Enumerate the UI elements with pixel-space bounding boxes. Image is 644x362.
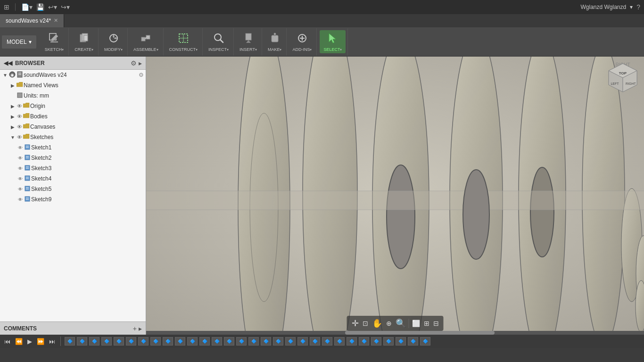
sketch-button[interactable]: SKETCH ▾ [42,30,67,53]
assemble-button[interactable]: ASSEMBLE ▾ [131,30,161,53]
anim-frame-27[interactable]: 🔷 [383,337,394,346]
anim-frame-5[interactable]: 🔷 [114,337,124,346]
undo-icon[interactable]: ↩▾ [48,3,57,11]
anim-frame-3[interactable]: 🔷 [89,337,99,346]
comments-expand-icon[interactable]: ▸ [139,325,142,332]
anim-play-icon[interactable]: ▶ [26,337,33,346]
anim-frame-12[interactable]: 🔷 [199,337,210,346]
sketch4-eye-icon[interactable]: 👁 [17,176,24,181]
anim-frame-20[interactable]: 🔷 [297,337,308,346]
anim-frame-6[interactable]: 🔷 [126,337,136,346]
sketches-arrow[interactable] [9,135,16,140]
sketch5-eye-icon[interactable]: 👁 [17,187,24,192]
display-mode-icon[interactable]: ⬜ [411,319,421,328]
anim-frame-30[interactable]: 🔷 [420,337,430,346]
model-dropdown-button[interactable]: MODEL ▾ [2,35,36,49]
anim-frame-19[interactable]: 🔷 [285,337,296,346]
anim-frame-4[interactable]: 🔷 [101,337,112,346]
anim-frame-16[interactable]: 🔷 [248,337,259,346]
tree-canvases[interactable]: 👁 Canvases [0,122,146,132]
anim-frame-11[interactable]: 🔷 [187,337,198,346]
construct-button[interactable]: CONSTRUCT ▾ [166,30,201,53]
sketch1-eye-icon[interactable]: 👁 [17,145,24,150]
inspect-button[interactable]: INSPECT ▾ [206,30,231,53]
anim-frame-26[interactable]: 🔷 [371,337,381,346]
anim-frame-18[interactable]: 🔷 [273,337,283,346]
anim-frame-14[interactable]: 🔷 [224,337,234,346]
canvases-eye-icon[interactable]: 👁 [16,124,23,130]
tab-soundwaves[interactable]: soundWaves v24* ✕ [0,14,64,27]
canvases-arrow[interactable] [9,124,16,130]
insert-button[interactable]: INSERT ▾ [237,30,260,53]
anim-frame-25[interactable]: 🔷 [359,337,369,346]
comments-add-icon[interactable]: + [133,325,137,332]
anim-last-icon[interactable]: ⏭ [48,337,57,346]
help-icon[interactable]: ? [636,3,640,11]
named-views-arrow[interactable] [9,83,16,88]
tree-named-views[interactable]: Named Views [0,80,146,90]
anim-frame-28[interactable]: 🔷 [396,337,406,346]
fit-tool-icon[interactable]: ⊡ [362,319,369,328]
tree-sketch2[interactable]: 👁 Sketch2 [0,153,146,163]
tree-sketch5[interactable]: 👁 Sketch5 [0,184,146,194]
view-cube[interactable]: TOP LEFT RIGHT RIGHT [606,61,639,94]
addins-button[interactable]: ADD-INS ▾ [289,30,314,53]
anim-frame-21[interactable]: 🔷 [310,337,320,346]
select-button[interactable]: SELECT ▾ [320,30,346,53]
sketch2-eye-icon[interactable]: 👁 [17,156,24,161]
save-icon[interactable]: 💾 [36,3,44,11]
scrollbar-thumb[interactable] [345,331,495,335]
anim-frame-10[interactable]: 🔷 [175,337,185,346]
tree-root[interactable]: ◉ soundWaves v24 ⚙ [0,70,146,80]
anim-frame-13[interactable]: 🔷 [212,337,222,346]
anim-frame-7[interactable]: 🔷 [138,337,149,346]
anim-frame-1[interactable]: 🔷 [65,337,75,346]
create-button[interactable]: CREATE ▾ [72,30,96,53]
anim-frame-22[interactable]: 🔷 [322,337,332,346]
tree-sketch9[interactable]: 👁 Sketch9 [0,194,146,205]
anim-frame-8[interactable]: 🔷 [150,337,161,346]
sketches-eye-icon[interactable]: 👁 [16,134,23,140]
tree-units[interactable]: Units: mm [0,90,146,101]
bodies-arrow[interactable] [9,114,16,119]
root-settings-icon[interactable]: ⚙ [139,72,144,78]
tree-sketch1[interactable]: 👁 Sketch1 [0,142,146,153]
tree-sketch4[interactable]: 👁 Sketch4 [0,173,146,184]
root-arrow[interactable] [2,73,8,78]
browser-settings-icon[interactable]: ⚙ [131,59,137,67]
sketch3-eye-icon[interactable]: 👁 [17,166,24,171]
sketch9-eye-icon[interactable]: 👁 [17,197,24,202]
make-button[interactable]: MAKE ▾ [265,30,285,53]
bodies-eye-icon[interactable]: 👁 [16,114,23,119]
anim-frame-24[interactable]: 🔷 [347,337,357,346]
user-dropdown-icon[interactable]: ▾ [630,4,633,10]
anim-prev-icon[interactable]: ⏪ [14,337,24,346]
anim-next-icon[interactable]: ⏩ [35,337,46,346]
tree-sketch3[interactable]: 👁 Sketch3 [0,163,146,173]
anim-frame-2[interactable]: 🔷 [77,337,87,346]
modify-button[interactable]: MODIFY ▾ [101,30,125,53]
anim-frame-17[interactable]: 🔷 [261,337,271,346]
view-options-icon[interactable]: ⊟ [432,319,440,328]
zoom-tool-icon[interactable]: ⊕ [385,319,393,328]
file-menu-icon[interactable]: 📄▾ [21,3,33,11]
grid-icon[interactable]: ⊞ [4,3,9,11]
magnify-tool-icon[interactable]: 🔍 [395,317,407,329]
user-name[interactable]: Wglanzd Wglanzd [580,4,626,10]
anim-frame-15[interactable]: 🔷 [236,337,247,346]
tree-sketches[interactable]: 👁 Sketches [0,132,146,142]
tree-origin[interactable]: 👁 Origin [0,101,146,111]
anim-frame-23[interactable]: 🔷 [334,337,345,346]
anim-first-icon[interactable]: ⏮ [3,337,12,346]
tree-bodies[interactable]: 👁 Bodies [0,111,146,122]
horizontal-scrollbar[interactable] [146,331,644,335]
redo-icon[interactable]: ↪▾ [61,3,70,11]
grid-display-icon[interactable]: ⊞ [423,319,430,328]
anim-frame-29[interactable]: 🔷 [408,337,418,346]
browser-collapse-icon[interactable]: ◀◀ [4,60,12,66]
anim-frame-9[interactable]: 🔷 [163,337,173,346]
tab-close-button[interactable]: ✕ [54,17,58,24]
origin-arrow[interactable] [9,104,16,109]
pan-tool-icon[interactable]: ✋ [371,317,383,329]
viewport[interactable]: TOP LEFT RIGHT RIGHT ✛ ⊡ ✋ ⊕ 🔍 ⬜ ⊞ ⊟ [146,57,644,335]
